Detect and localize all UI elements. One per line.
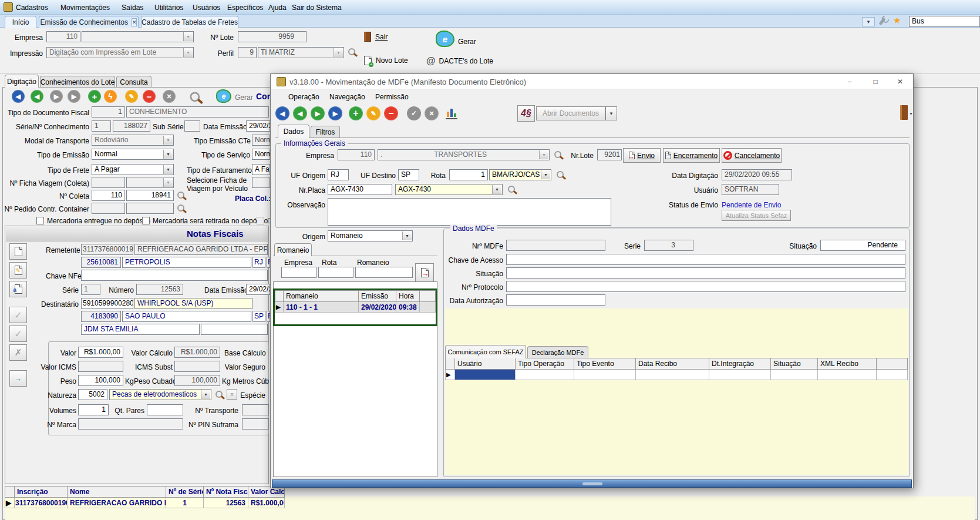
- mercadoria-entregue-checkbox[interactable]: [36, 217, 44, 224]
- sefaz-col-tipo-evento[interactable]: Tipo Evento: [574, 358, 636, 370]
- nota-confirm-button[interactable]: ✓: [9, 307, 27, 323]
- dlg-tab-dados[interactable]: Dados: [278, 125, 309, 138]
- tipo-doc-code-field[interactable]: 1: [92, 106, 125, 118]
- ficha-veiculo-field[interactable]: [252, 177, 270, 188]
- tab-declaracao-mdfe[interactable]: Declaração MDFe: [527, 346, 588, 358]
- situacao2-field[interactable]: [506, 267, 905, 279]
- tab-comunicacao-sefaz[interactable]: Comunicação com SEFAZ: [445, 345, 526, 358]
- romaneio-rota-input[interactable]: [318, 267, 353, 278]
- dacte-button[interactable]: @ DACTE's do Lote: [426, 56, 493, 66]
- rota-search-icon[interactable]: [556, 170, 566, 180]
- close-button[interactable]: ✕: [887, 74, 913, 89]
- menu-sair-sistema[interactable]: Sair do Sistema: [292, 3, 342, 12]
- destinatario-endereco2-field[interactable]: [201, 324, 268, 335]
- nota-data-emissao-field[interactable]: 29/02/2020: [246, 284, 270, 295]
- dlg-tab-filtros[interactable]: Filtros: [311, 126, 340, 138]
- coleta-search-icon[interactable]: [177, 191, 187, 201]
- origem-combo[interactable]: Romaneio: [328, 230, 413, 241]
- favorite-star-icon[interactable]: ★: [893, 16, 901, 25]
- sefaz-col-tipo-operacao[interactable]: Tipo Operação: [516, 358, 574, 370]
- protocolo-field[interactable]: [506, 281, 905, 292]
- perfil-search-icon[interactable]: [348, 48, 358, 58]
- dlg-cancel-button[interactable]: ✕: [425, 106, 439, 120]
- add-button[interactable]: +: [88, 90, 101, 103]
- menu-cadastros[interactable]: Cadastros: [16, 3, 48, 12]
- coleta-num-field[interactable]: 18941: [126, 190, 174, 201]
- nr-mdfe-field[interactable]: [506, 240, 605, 251]
- tab-close-icon[interactable]: ✕: [132, 18, 137, 26]
- uf-destino-field[interactable]: SP: [398, 169, 419, 180]
- notas-table[interactable]: Inscrição Nome Nº de Série Nº Nota Fisca…: [5, 486, 285, 508]
- perfil-combo[interactable]: TI MATRIZ: [258, 47, 344, 58]
- avisos-icon-button[interactable]: 4§: [517, 105, 535, 122]
- destinatario-uf-field[interactable]: SP: [252, 311, 265, 322]
- col-nota-fiscal[interactable]: Nº Nota Fiscal: [204, 487, 248, 498]
- destinatario-endereco-field[interactable]: JDM STA EMILIA: [81, 324, 200, 335]
- situacao-mdfe-field[interactable]: Pendente: [820, 240, 905, 251]
- data-emissao-field[interactable]: 29/02/2020: [246, 120, 270, 132]
- qt-pares-field[interactable]: [147, 404, 183, 415]
- romaneio-grid[interactable]: Romaneio Emissão Hora ▶ 110 - 1 - 1 29/0…: [275, 290, 436, 313]
- col-serie[interactable]: Nº de Série: [166, 487, 204, 498]
- ficha-code-field[interactable]: [92, 177, 125, 188]
- gerar-cte-label[interactable]: Gerar: [235, 93, 253, 102]
- next-record-button[interactable]: ▶: [50, 90, 63, 103]
- quick-button[interactable]: ϟ: [104, 90, 117, 103]
- menu-movimentacoes[interactable]: Movimentações: [60, 3, 110, 12]
- romaneio-row[interactable]: ▶ 110 - 1 - 1 29/02/2020 09:38: [275, 302, 436, 313]
- encerramento-button[interactable]: Encerramento: [663, 148, 720, 163]
- data-digitacao-field[interactable]: 29/02/2020 09:55: [722, 169, 792, 180]
- cancelamento-button[interactable]: Cancelamento: [722, 148, 782, 163]
- n-transporte-field[interactable]: [242, 404, 269, 415]
- dlg-last-button[interactable]: ▶: [328, 106, 342, 120]
- chave-acesso-field[interactable]: [506, 254, 905, 265]
- coleta-code-field[interactable]: 110: [92, 190, 125, 201]
- nota-transfer-button[interactable]: →: [9, 370, 27, 387]
- dialog-menu-permissao[interactable]: Permissão: [375, 92, 409, 102]
- romaneio-col-emissao[interactable]: Emissão: [359, 291, 396, 302]
- dlg-next-button[interactable]: ▶: [311, 106, 325, 120]
- usuario-field[interactable]: SOFTRAN: [722, 184, 779, 195]
- minimize-button[interactable]: –: [837, 74, 863, 89]
- subtab-digitacao[interactable]: Digitação: [5, 75, 39, 88]
- destinatario-cidade-field[interactable]: SAO PAULO: [122, 311, 251, 322]
- remetente-cidade-cod-field[interactable]: 25610081: [81, 257, 121, 268]
- dlg-confirm-button[interactable]: ✓: [407, 106, 421, 120]
- col-nome[interactable]: Nome: [68, 487, 166, 498]
- chart-icon[interactable]: [446, 108, 457, 119]
- serie-field[interactable]: 1: [92, 120, 111, 132]
- sefaz-col-dt-integracao[interactable]: Dt.Integração: [709, 358, 771, 370]
- dialog-bottom-scrollbar[interactable]: [272, 479, 912, 488]
- perfil-code-field[interactable]: 9: [238, 47, 257, 58]
- peso-field[interactable]: 100,000: [78, 375, 123, 386]
- rota-combo[interactable]: BMA/RJO/CAS: [489, 169, 551, 180]
- toolbar-dropdown-button[interactable]: ▼: [862, 17, 875, 26]
- uf-origem-field[interactable]: RJ: [328, 169, 349, 180]
- dialog-menu-operacao[interactable]: Operação: [288, 92, 319, 102]
- mdfe-logo-icon[interactable]: e: [436, 31, 454, 47]
- menu-usuarios[interactable]: Usuários: [193, 3, 220, 12]
- tipo-emissao-combo[interactable]: Normal: [92, 149, 174, 160]
- peso-cubado-field[interactable]: 100,000: [174, 375, 220, 386]
- atualiza-status-button[interactable]: Atualiza Status Sefaz: [722, 210, 791, 221]
- sefaz-grid[interactable]: Usuário Tipo Operação Tipo Evento Data R…: [445, 358, 908, 380]
- nota-edit-button[interactable]: ✎: [9, 262, 27, 279]
- nota-import-button[interactable]: a: [9, 281, 27, 297]
- tab-cadastro-tabelas[interactable]: Cadastro de Tabelas de Fretes: [141, 16, 238, 28]
- table-row[interactable]: ▶ 31173768000190 REFRIGERACAO GARRIDO LT…: [5, 498, 285, 508]
- tab-inicio[interactable]: Início: [5, 16, 36, 28]
- placa-search-icon[interactable]: [507, 185, 517, 195]
- previous-record-button[interactable]: ◀: [31, 90, 43, 103]
- valor-field[interactable]: R$1.000,00: [78, 347, 123, 358]
- delete-button[interactable]: −: [143, 90, 156, 103]
- volumes-field[interactable]: 1: [78, 404, 109, 415]
- sefaz-col-data-recibo[interactable]: Data Recibo: [636, 358, 709, 370]
- mercadoria-retirada-checkbox[interactable]: [142, 217, 150, 224]
- sefaz-col-situacao[interactable]: Situação: [771, 358, 818, 370]
- natureza-code-field[interactable]: 5002: [78, 389, 107, 400]
- gerar-mdfe-label[interactable]: Gerar: [458, 37, 476, 46]
- icms-subst-field[interactable]: [174, 361, 220, 372]
- valor-calculo-field[interactable]: R$1.000,00: [174, 347, 220, 358]
- ficha-combo[interactable]: [126, 177, 174, 188]
- natureza-search-icon[interactable]: [215, 390, 225, 400]
